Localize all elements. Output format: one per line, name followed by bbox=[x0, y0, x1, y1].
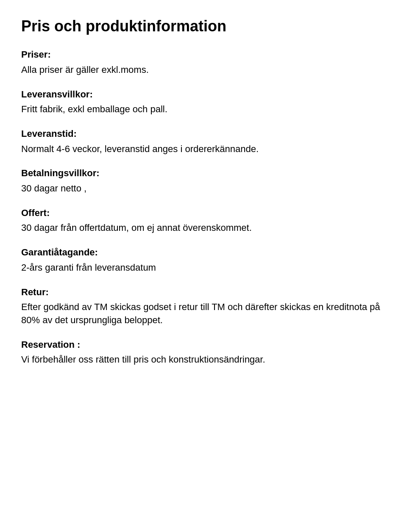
section-leveransvillkor: Leveransvillkor:Fritt fabrik, exkl embal… bbox=[21, 89, 386, 116]
section-garantiataganade: Garantiåtagande:2-års garanti från lever… bbox=[21, 247, 386, 274]
section-heading-priser: Priser: bbox=[21, 49, 386, 61]
section-heading-betalningsvillkor: Betalningsvillkor: bbox=[21, 167, 386, 180]
section-priser: Priser:Alla priser är gäller exkl.moms. bbox=[21, 49, 386, 76]
section-body-retur: Efter godkänd av TM skickas godset i ret… bbox=[21, 301, 386, 327]
section-body-leveransvillkor: Fritt fabrik, exkl emballage och pall. bbox=[21, 103, 386, 116]
section-heading-leveranstid: Leveranstid: bbox=[21, 128, 386, 140]
section-body-betalningsvillkor: 30 dagar netto , bbox=[21, 182, 386, 195]
section-body-garantiataganade: 2-års garanti från leveransdatum bbox=[21, 261, 386, 274]
section-heading-retur: Retur: bbox=[21, 286, 386, 299]
section-heading-leveransvillkor: Leveransvillkor: bbox=[21, 89, 386, 101]
section-heading-reservation: Reservation : bbox=[21, 339, 386, 351]
section-body-offert: 30 dagar från offertdatum, om ej annat ö… bbox=[21, 222, 386, 235]
section-heading-garantiataganade: Garantiåtagande: bbox=[21, 247, 386, 259]
page-title: Pris och produktinformation bbox=[21, 17, 386, 35]
section-offert: Offert:30 dagar från offertdatum, om ej … bbox=[21, 207, 386, 235]
section-betalningsvillkor: Betalningsvillkor:30 dagar netto , bbox=[21, 167, 386, 195]
section-body-reservation: Vi förbehåller oss rätten till pris och … bbox=[21, 353, 386, 366]
section-heading-offert: Offert: bbox=[21, 207, 386, 219]
section-retur: Retur:Efter godkänd av TM skickas godset… bbox=[21, 286, 386, 327]
section-body-priser: Alla priser är gäller exkl.moms. bbox=[21, 64, 386, 77]
section-body-leveranstid: Normalt 4-6 veckor, leveranstid anges i … bbox=[21, 143, 386, 156]
section-reservation: Reservation :Vi förbehåller oss rätten t… bbox=[21, 339, 386, 366]
section-leveranstid: Leveranstid:Normalt 4-6 veckor, leverans… bbox=[21, 128, 386, 155]
